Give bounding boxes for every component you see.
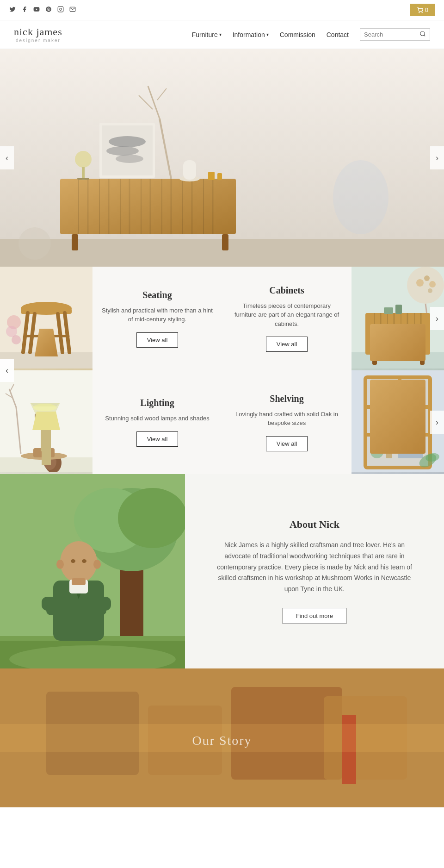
nav-furniture[interactable]: Furniture ▾ (192, 31, 222, 38)
svg-point-5 (420, 31, 425, 36)
svg-point-33 (109, 136, 146, 147)
cabinets-title: Cabinets (269, 285, 304, 296)
svg-rect-104 (382, 421, 388, 434)
cabinets-next-arrow[interactable]: › (430, 307, 444, 330)
shelving-view-all-button[interactable]: View all (266, 436, 308, 451)
about-description: Nick James is a highly skilled craftsman… (213, 540, 416, 595)
svg-point-3 (419, 12, 419, 12)
svg-rect-30 (77, 178, 89, 180)
seating-text: Seating Stylish and practical with more … (92, 267, 222, 370)
social-icons (9, 6, 76, 14)
svg-point-45 (333, 160, 388, 234)
svg-rect-103 (370, 419, 379, 434)
hero-banner: ‹ › (0, 49, 444, 267)
twitter-icon[interactable] (9, 6, 16, 14)
logo-sub: designer maker (14, 38, 62, 43)
lighting-prev-arrow[interactable]: ‹ (0, 359, 14, 382)
lighting-title: Lighting (140, 398, 174, 408)
about-image (0, 474, 185, 668)
svg-rect-99 (379, 395, 386, 406)
stool-illustration (0, 267, 92, 368)
hero-prev-arrow[interactable]: ‹ (0, 146, 14, 169)
facebook-icon[interactable] (21, 6, 28, 14)
cat-col-right: Cabinets Timeless pieces of contemporary… (222, 267, 444, 474)
about-person-image (0, 474, 185, 668)
svg-point-4 (422, 12, 422, 12)
chevron-down-icon: ▾ (266, 32, 269, 37)
svg-rect-89 (420, 355, 425, 365)
logo-name: nick james (14, 26, 62, 38)
cart-icon (417, 7, 423, 13)
shelving-image: › (352, 370, 444, 474)
pinterest-icon[interactable] (45, 6, 52, 14)
svg-rect-1 (58, 6, 63, 12)
youtube-icon[interactable] (33, 6, 40, 14)
svg-rect-97 (398, 379, 401, 405)
svg-rect-98 (370, 393, 378, 406)
svg-point-35 (116, 155, 143, 163)
svg-text:Our Story: Our Story (192, 733, 252, 748)
svg-rect-65 (35, 413, 53, 418)
logo[interactable]: nick james designer maker (14, 26, 62, 43)
svg-point-57 (12, 335, 21, 344)
svg-point-76 (424, 275, 430, 281)
about-text-section: About Nick Nick James is a highly skille… (185, 474, 444, 668)
lighting-text: Lighting Stunning solid wood lamps and s… (92, 370, 222, 474)
search-input[interactable] (364, 31, 419, 38)
instagram-icon[interactable] (57, 6, 64, 14)
category-cabinets: Cabinets Timeless pieces of contemporary… (222, 267, 444, 370)
nav-commission[interactable]: Commission (280, 31, 315, 38)
svg-rect-102 (405, 393, 409, 406)
svg-point-75 (416, 279, 424, 287)
shelving-desc: Lovingly hand crafted with solid Oak in … (231, 410, 342, 428)
svg-point-66 (33, 404, 56, 411)
svg-rect-47 (0, 352, 92, 368)
svg-rect-96 (367, 433, 428, 437)
top-bar: 0 (0, 0, 444, 20)
lighting-view-all-button[interactable]: View all (136, 431, 179, 447)
cart-count: 0 (425, 6, 428, 13)
svg-rect-42 (208, 172, 215, 180)
find-out-more-button[interactable]: Find out more (283, 608, 346, 624)
about-title: About Nick (290, 518, 339, 531)
about-section: About Nick Nick James is a highly skille… (0, 474, 444, 668)
svg-point-77 (429, 281, 436, 287)
cat-col-left: Seating Stylish and practical with more … (0, 267, 222, 474)
category-seating: Seating Stylish and practical with more … (0, 267, 222, 370)
cabinets-desc: Timeless pieces of contemporary furnitur… (231, 301, 342, 329)
nav-information[interactable]: Information ▾ (233, 31, 269, 38)
cabinets-view-all-button[interactable]: View all (266, 337, 308, 352)
svg-rect-109 (398, 444, 423, 458)
search-button[interactable] (419, 31, 426, 38)
svg-point-34 (106, 146, 139, 156)
lighting-image (0, 370, 92, 474)
svg-point-121 (71, 559, 75, 563)
svg-rect-43 (217, 173, 222, 180)
seating-image (0, 267, 92, 370)
svg-point-107 (370, 445, 383, 458)
seating-view-all-button[interactable]: View all (136, 332, 179, 348)
svg-rect-11 (60, 179, 236, 234)
svg-point-78 (428, 288, 432, 293)
svg-point-28 (75, 151, 92, 168)
lighting-desc: Stunning solid wood lamps and shades (105, 414, 209, 423)
svg-rect-108 (386, 442, 392, 458)
svg-line-6 (424, 35, 426, 37)
cabinets-text: Cabinets Timeless pieces of contemporary… (222, 267, 352, 370)
svg-rect-72 (352, 352, 444, 368)
hero-next-arrow[interactable]: › (430, 146, 444, 169)
email-icon[interactable] (69, 6, 76, 14)
shelving-next-arrow[interactable]: › (430, 411, 444, 434)
cabinets-image: › (352, 267, 444, 370)
nav-contact[interactable]: Contact (327, 31, 349, 38)
lamp-illustration (0, 370, 92, 472)
svg-rect-88 (372, 355, 377, 365)
seating-title: Seating (142, 290, 172, 300)
svg-rect-58 (0, 370, 92, 472)
search-form (360, 28, 430, 41)
cart-button[interactable]: 0 (410, 4, 435, 16)
svg-rect-41 (183, 160, 196, 180)
svg-rect-100 (387, 393, 394, 406)
chevron-down-icon: ▾ (219, 32, 222, 37)
svg-rect-130 (72, 578, 86, 585)
